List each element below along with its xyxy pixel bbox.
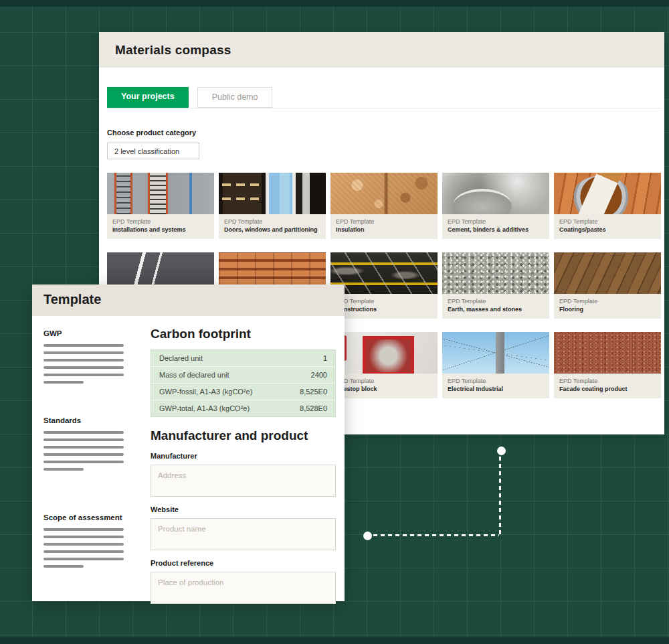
table-row: Mass of declared unit 2400 xyxy=(151,367,335,384)
section-heading: GWP xyxy=(43,329,151,337)
table-row: Declared unit 1 xyxy=(151,350,335,367)
template-title: Template xyxy=(43,292,345,307)
card-eyebrow: EPD Template xyxy=(559,378,656,386)
card-coatings-pastes[interactable]: EPD Template Coatings/pastes xyxy=(554,173,661,239)
card-cement-binders-additives[interactable]: EPD Template Cement, binders & additives xyxy=(442,173,549,239)
row-value: 8,525E0 xyxy=(300,388,327,396)
row-label: GWP-fossil, A1-A3 (kgCO²e) xyxy=(159,388,252,396)
tab-your-projects[interactable]: Your projects xyxy=(107,87,189,108)
card-eyebrow: EPD Template xyxy=(112,218,209,226)
card-doors-windows-partitioning[interactable]: EPD Template Doors, windows and partitio… xyxy=(219,173,326,239)
website-field-label: Website xyxy=(151,505,336,513)
card-constructions[interactable]: EPD Template Constructions xyxy=(330,252,438,319)
earth-thumbnail-image xyxy=(442,252,549,294)
card-name: Earth, masses and stones xyxy=(448,306,544,314)
page-background: Materials compass Your projects Public d… xyxy=(0,0,669,644)
facade-thumbnail-image xyxy=(554,332,661,374)
coatings-thumbnail-image xyxy=(554,173,661,214)
row-label: GWP-total, A1-A3 (kgCO²e) xyxy=(159,404,250,412)
card-name: Cement, binders & additives xyxy=(448,226,544,234)
row-value: 2400 xyxy=(311,371,327,379)
template-nav-column: GWP Standards Scope of assessment xyxy=(43,316,151,604)
card-name: Insulation xyxy=(336,226,432,234)
card-facade-coating-product[interactable]: EPD Template Facade coating product xyxy=(554,332,661,398)
connector-line-vertical xyxy=(499,457,501,535)
card-eyebrow: EPD Template xyxy=(224,218,320,226)
card-name: Coatings/pastes xyxy=(559,226,656,234)
card-name: Flooring xyxy=(559,306,656,314)
section-heading: Standards xyxy=(43,416,151,424)
card-eyebrow: EPD Template xyxy=(559,218,656,226)
card-flooring[interactable]: EPD Template Flooring xyxy=(554,252,661,319)
card-name: Firestop block xyxy=(336,386,432,394)
table-row: GWP-total, A1-A3 (kgCO²e) 8,528E0 xyxy=(151,400,335,416)
manufacturer-field-label: Manufacturer xyxy=(151,452,336,460)
card-eyebrow: EPD Template xyxy=(559,298,656,306)
connector-dot-left xyxy=(363,532,372,540)
table-row: GWP-fossil, A1-A3 (kgCO²e) 8,525E0 xyxy=(151,384,335,400)
card-name: Electrical Industrial xyxy=(448,386,544,394)
card-eyebrow: EPD Template xyxy=(336,218,432,226)
card-eyebrow: EPD Template xyxy=(448,218,544,226)
top-edge-strip xyxy=(0,0,669,7)
card-firestop-block[interactable]: EPD Template Firestop block xyxy=(330,332,438,398)
card-name: Facade coating product xyxy=(559,386,656,394)
website-input[interactable] xyxy=(151,518,336,550)
cement-thumbnail-image xyxy=(442,173,549,214)
card-insulation[interactable]: EPD Template Insulation xyxy=(330,173,438,239)
carbon-footprint-heading: Carbon footprint xyxy=(151,327,336,341)
installations-thumbnail-image xyxy=(107,173,214,214)
row-value: 8,528E0 xyxy=(300,404,327,412)
bottom-edge-strip xyxy=(0,637,669,644)
placeholder-text-lines xyxy=(43,344,151,384)
template-window-header: Template xyxy=(32,285,345,316)
constructions-thumbnail-image xyxy=(330,252,438,294)
manufacturer-and-product-heading: Manufacturer and product xyxy=(151,428,336,443)
product-reference-field-label: Product reference xyxy=(151,559,336,567)
card-eyebrow: EPD Template xyxy=(336,298,432,306)
section-standards: Standards xyxy=(43,416,151,471)
card-eyebrow: EPD Template xyxy=(336,378,432,386)
card-eyebrow: EPD Template xyxy=(448,298,544,306)
connector-dot-top xyxy=(497,447,506,455)
firestop-thumbnail-image xyxy=(330,332,438,374)
manufacturer-input[interactable] xyxy=(151,465,336,497)
window-header: Materials compass xyxy=(99,32,664,68)
card-grid-row-1: EPD Template Installations and systems E… xyxy=(107,173,661,239)
carbon-footprint-table: Declared unit 1 Mass of declared unit 24… xyxy=(151,349,336,417)
category-label: Choose product category xyxy=(107,129,661,137)
card-earth-masses-stones[interactable]: EPD Template Earth, masses and stones xyxy=(442,252,549,319)
tab-bar: Your projects Public demo xyxy=(107,87,661,108)
template-window: Template GWP Standards xyxy=(32,285,345,601)
flooring-thumbnail-image xyxy=(554,252,661,294)
product-reference-input[interactable] xyxy=(151,572,336,604)
section-heading: Scope of assessment xyxy=(43,513,151,521)
placeholder-text-lines xyxy=(43,431,151,471)
section-scope-of-assessment: Scope of assessment xyxy=(43,513,151,568)
row-label: Mass of declared unit xyxy=(159,371,229,379)
section-gwp: GWP xyxy=(43,329,151,384)
insulation-thumbnail-image xyxy=(330,173,438,214)
placeholder-text-lines xyxy=(43,528,151,568)
card-installations-and-systems[interactable]: EPD Template Installations and systems xyxy=(107,173,214,239)
category-select[interactable] xyxy=(107,143,199,159)
card-eyebrow: EPD Template xyxy=(448,378,544,386)
doors-thumbnail-image xyxy=(219,173,326,214)
card-name: Doors, windows and partitioning xyxy=(224,226,320,234)
connector-line-horizontal xyxy=(373,534,499,536)
row-value: 1 xyxy=(323,354,327,362)
electrical-thumbnail-image xyxy=(442,332,549,374)
row-label: Declared unit xyxy=(159,354,203,362)
card-electrical-industrial[interactable]: EPD Template Electrical Industrial xyxy=(442,332,549,398)
tab-public-demo[interactable]: Public demo xyxy=(197,87,273,108)
card-name: Constructions xyxy=(336,306,432,314)
card-name: Installations and systems xyxy=(112,226,209,234)
page-title: Materials compass xyxy=(115,43,664,58)
